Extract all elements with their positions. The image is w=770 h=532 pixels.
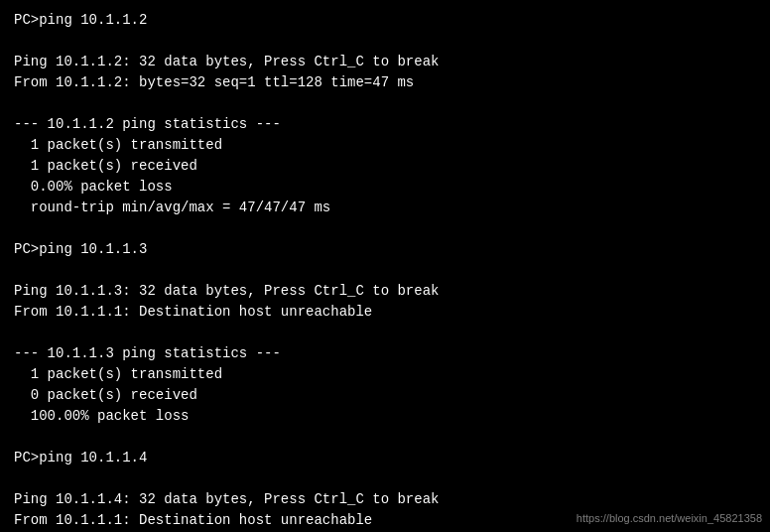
terminal-line <box>14 31 756 52</box>
terminal-window: PC>ping 10.1.1.2Ping 10.1.1.2: 32 data b… <box>0 0 770 532</box>
terminal-line: PC>ping 10.1.1.4 <box>14 448 756 468</box>
terminal-line: PC>ping 10.1.1.3 <box>14 239 756 260</box>
terminal-line: PC>ping 10.1.1.2 <box>14 10 756 31</box>
terminal-line: Ping 10.1.1.2: 32 data bytes, Press Ctrl… <box>14 52 756 72</box>
terminal-line: round-trip min/avg/max = 47/47/47 ms <box>14 198 756 218</box>
terminal-line: 100.00% packet loss <box>14 406 756 427</box>
terminal-line <box>14 218 756 239</box>
terminal-line <box>14 427 756 448</box>
terminal-line: 1 packet(s) transmitted <box>14 364 756 385</box>
terminal-line: --- 10.1.1.3 ping statistics --- <box>14 343 756 364</box>
terminal-line: 0 packet(s) received <box>14 385 756 406</box>
terminal-line: Ping 10.1.1.3: 32 data bytes, Press Ctrl… <box>14 281 756 302</box>
terminal-line: Ping 10.1.1.4: 32 data bytes, Press Ctrl… <box>14 489 756 510</box>
terminal-line: 1 packet(s) received <box>14 156 756 177</box>
terminal-line <box>14 468 756 489</box>
terminal-line <box>14 93 756 114</box>
terminal-line: From 10.1.1.2: bytes=32 seq=1 ttl=128 ti… <box>14 72 756 93</box>
terminal-line <box>14 260 756 281</box>
terminal-line: --- 10.1.1.2 ping statistics --- <box>14 114 756 135</box>
terminal-line: 0.00% packet loss <box>14 177 756 198</box>
watermark: https://blog.csdn.net/weixin_45821358 <box>577 512 762 524</box>
terminal-output: PC>ping 10.1.1.2Ping 10.1.1.2: 32 data b… <box>14 10 756 531</box>
terminal-line <box>14 323 756 343</box>
terminal-line: 1 packet(s) transmitted <box>14 135 756 156</box>
terminal-line: From 10.1.1.1: Destination host unreacha… <box>14 302 756 323</box>
